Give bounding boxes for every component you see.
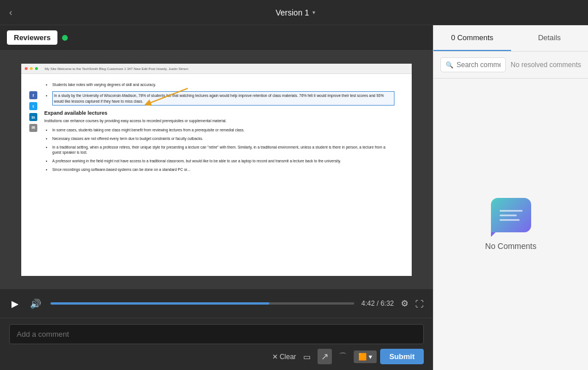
- time-display: 4:42 / 6:32: [361, 299, 394, 307]
- comment-line-1: [500, 210, 523, 212]
- right-tabs: 0 Comments Details: [434, 25, 588, 52]
- top-bar: ‹ Version 1 ▾: [0, 0, 588, 25]
- sub-bullet-2: Necessary classes are not offered every …: [52, 136, 394, 142]
- sub-bullet-1: In some cases, students taking one class…: [52, 127, 394, 133]
- browser-dot-yellow: [30, 67, 33, 70]
- tab-comments[interactable]: 0 Comments: [434, 25, 511, 51]
- document-content: My Site Welcome to the TechSmith Blog Cu…: [21, 64, 412, 276]
- rect-tool-button[interactable]: ▭: [300, 350, 314, 364]
- browser-bar: My Site Welcome to the TechSmith Blog Cu…: [21, 64, 412, 74]
- search-row: 🔍 No resolved comments: [434, 52, 588, 79]
- curve-tool-button[interactable]: ⌒: [335, 349, 350, 364]
- bullet-1: Students take notes with varying degrees…: [52, 82, 394, 88]
- search-comments-box[interactable]: 🔍: [440, 57, 506, 72]
- browser-dot-green: [35, 67, 38, 70]
- video-controls: ▶ 🔊 4:42 / 6:32 ⚙ ⛶: [0, 289, 433, 318]
- left-panel: Reviewers My Site Welcome to the TechSmi…: [0, 25, 433, 370]
- comment-input[interactable]: [9, 324, 424, 344]
- progress-bar[interactable]: [51, 302, 354, 305]
- main-layout: Reviewers My Site Welcome to the TechSmi…: [0, 25, 588, 370]
- tab-details[interactable]: Details: [511, 25, 589, 51]
- version-label: Version 1: [276, 8, 309, 17]
- bullet-2: In a study by the University of Wisconsi…: [52, 91, 394, 106]
- version-selector[interactable]: Version 1 ▾: [276, 8, 315, 17]
- time-current: 4:42: [361, 299, 374, 307]
- search-icon: 🔍: [446, 61, 454, 69]
- browser-dot-red: [25, 67, 28, 70]
- video-area: My Site Welcome to the TechSmith Blog Cu…: [0, 50, 433, 370]
- arrow-tool-button[interactable]: ↗: [318, 349, 332, 364]
- doc-text-content: Students take notes with varying degrees…: [21, 74, 412, 182]
- no-comments-text: No Comments: [485, 242, 536, 251]
- toolbar-row: ✕ Clear ▭ ↗ ⌒ 🟧 ▾ Submit: [9, 349, 424, 364]
- right-panel: 0 Comments Details 🔍 No resolved comment…: [433, 25, 588, 370]
- volume-button[interactable]: 🔊: [28, 296, 44, 311]
- fullscreen-button[interactable]: ⛶: [415, 299, 424, 309]
- document-preview: My Site Welcome to the TechSmith Blog Cu…: [0, 50, 433, 289]
- settings-button[interactable]: ⚙: [401, 298, 408, 309]
- sub-bullet-3: In a traditional setting, when a profess…: [52, 145, 394, 156]
- comment-section: ✕ Clear ▭ ↗ ⌒ 🟧 ▾ Submit: [0, 318, 433, 370]
- no-comments-area: No Comments: [434, 79, 588, 370]
- chevron-down-icon: ▾: [312, 9, 315, 15]
- sub-bullet-5: Since recordings using software-based sy…: [52, 167, 394, 173]
- reviewer-bar: Reviewers: [0, 25, 433, 50]
- section-intro: Institutions can enhance courses by prov…: [44, 118, 394, 124]
- comment-line-3: [500, 219, 520, 221]
- back-button[interactable]: ‹: [9, 7, 12, 18]
- comment-bubble-icon: [491, 198, 531, 232]
- browser-bar-text: My Site Welcome to the TechSmith Blog Cu…: [45, 67, 188, 71]
- time-sep: /: [375, 299, 381, 307]
- comment-input-row: [9, 324, 424, 344]
- play-button[interactable]: ▶: [9, 296, 21, 311]
- color-dropdown-button[interactable]: 🟧 ▾: [354, 350, 377, 363]
- comment-lines-decoration: [495, 205, 527, 225]
- svg-line-1: [148, 88, 188, 104]
- arrow-annotation: [136, 85, 194, 108]
- reviewers-button[interactable]: Reviewers: [7, 30, 57, 45]
- submit-button[interactable]: Submit: [380, 349, 424, 364]
- comment-line-2: [500, 215, 517, 216]
- resolved-label: No resolved comments: [510, 61, 581, 69]
- clear-button[interactable]: ✕ Clear: [272, 353, 296, 361]
- progress-fill: [51, 302, 269, 305]
- online-indicator: [62, 35, 68, 41]
- search-comments-input[interactable]: [457, 61, 501, 69]
- sub-bullet-4: A professor working in the field might n…: [52, 158, 394, 164]
- section-heading: Expand available lectures: [44, 110, 394, 116]
- time-total: 6:32: [381, 299, 394, 307]
